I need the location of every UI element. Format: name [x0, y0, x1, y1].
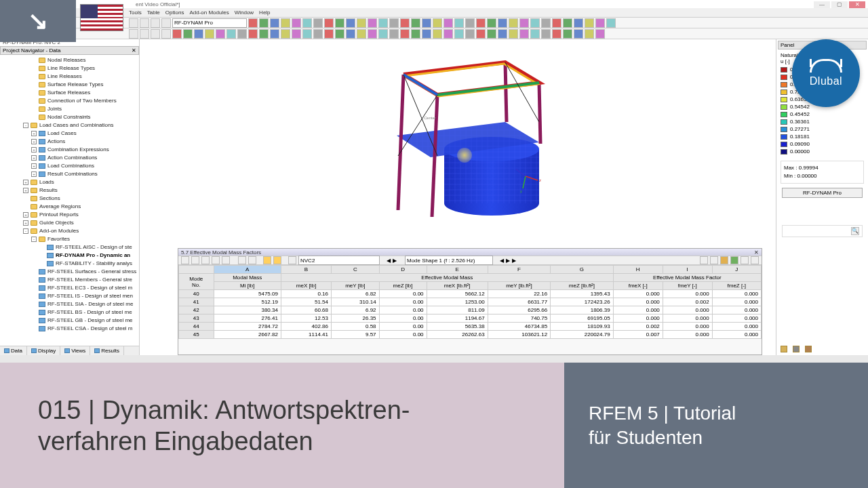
toolbar-button[interactable] [389, 18, 399, 28]
toolbar-button[interactable] [281, 29, 290, 39]
navigator-tree[interactable]: Nodal ReleasesLine Release TypesLine Rel… [0, 55, 139, 345]
toolbar-button[interactable] [487, 29, 496, 39]
toolbar-button[interactable] [606, 18, 616, 28]
module-dropdown[interactable]: RF-DYNAM Pro [172, 18, 247, 28]
tree-item[interactable]: RF-STEEL BS - Design of steel me [4, 308, 139, 317]
toolbar-button[interactable] [574, 29, 583, 39]
toolbar-button[interactable] [552, 29, 561, 39]
toolbar-button[interactable] [357, 18, 366, 28]
toolbar-button[interactable] [465, 29, 475, 39]
expand-icon[interactable]: - [31, 237, 37, 242]
minimize-button[interactable]: — [814, 1, 830, 8]
tbl-btn[interactable] [741, 256, 749, 264]
tree-item[interactable]: RF-STEEL AISC - Design of ste [4, 243, 139, 251]
expand-icon[interactable]: + [31, 155, 37, 161]
search-icon[interactable]: 🔍 [851, 227, 859, 235]
tree-item[interactable]: RF-STEEL SIA - Design of steel me [4, 300, 139, 308]
toolbar-button[interactable] [346, 29, 355, 39]
expand-icon[interactable]: + [31, 163, 37, 169]
expand-icon[interactable]: - [23, 228, 28, 234]
close-button[interactable]: ✕ [849, 1, 865, 8]
toolbar-button[interactable] [595, 18, 605, 28]
toolbar-button[interactable] [248, 29, 258, 39]
toolbar-button[interactable] [237, 29, 247, 39]
tbl-btn[interactable] [238, 256, 246, 264]
toolbar-button[interactable] [151, 29, 160, 39]
model-area[interactable]: z y Center [140, 39, 776, 245]
toolbar-button[interactable] [335, 29, 344, 39]
expand-icon[interactable]: + [23, 180, 28, 185]
toolbar-button[interactable] [324, 18, 334, 28]
tbl-btn[interactable] [222, 256, 230, 264]
module-button[interactable]: RF-DYNAM Pro [782, 188, 863, 198]
tree-item[interactable]: Surface Releases [4, 89, 139, 97]
expand-icon[interactable]: + [23, 220, 28, 226]
tree-item[interactable]: RF-STEEL IS - Design of steel men [4, 292, 139, 300]
toolbar-button[interactable] [411, 18, 420, 28]
scale-icon[interactable] [793, 346, 800, 352]
toolbar-button[interactable] [172, 29, 182, 39]
toolbar-button[interactable] [378, 29, 388, 39]
toolbar-button[interactable] [205, 29, 214, 39]
toolbar-button[interactable] [400, 18, 410, 28]
tbl-btn[interactable] [181, 256, 189, 264]
play-icon[interactable]: ▶ [506, 258, 510, 264]
toolbar-button[interactable] [541, 18, 551, 28]
tree-item[interactable]: RF-STEEL Surfaces - General stress [4, 268, 139, 276]
tree-item[interactable]: Surface Release Types [4, 81, 139, 89]
nav-close-icon[interactable]: ✕ [132, 47, 136, 54]
toolbar-button[interactable] [574, 18, 583, 28]
menu-add-on-modules[interactable]: Add-on Modules [189, 9, 229, 16]
undo-icon[interactable] [263, 256, 271, 264]
toolbar-button[interactable] [389, 29, 399, 39]
toolbar-button[interactable] [161, 29, 171, 39]
redo-icon[interactable] [273, 256, 281, 264]
tree-item[interactable]: Line Releases [4, 73, 139, 81]
tbl-btn[interactable] [710, 256, 718, 264]
expand-icon[interactable]: - [23, 123, 28, 128]
tree-item[interactable]: -Add-on Modules [4, 227, 139, 235]
tree-item[interactable]: RF-STEEL Members - General stre [4, 276, 139, 284]
toolbar-button[interactable] [302, 18, 312, 28]
filter-icon[interactable] [805, 346, 812, 352]
toolbar-button[interactable] [151, 18, 160, 28]
toolbar-button[interactable] [443, 18, 453, 28]
tbl-btn[interactable] [700, 256, 708, 264]
toolbar-button[interactable] [183, 29, 193, 39]
tbl-btn[interactable] [201, 256, 210, 264]
tree-item[interactable]: RF-STEEL EC3 - Design of steel m [4, 284, 139, 292]
tree-item[interactable]: +Loads [4, 178, 139, 186]
toolbar-button[interactable] [519, 18, 529, 28]
toolbar-button[interactable] [346, 18, 355, 28]
toolbar-button[interactable] [454, 18, 464, 28]
tbl-btn[interactable] [212, 256, 220, 264]
toolbar-button[interactable] [226, 29, 236, 39]
prev-icon[interactable]: ◀ [387, 258, 391, 264]
toolbar-button[interactable] [129, 29, 138, 39]
toolbar-button[interactable] [433, 29, 442, 39]
toolbar-button[interactable] [378, 18, 388, 28]
toolbar-button[interactable] [509, 18, 518, 28]
toolbar-button[interactable] [541, 29, 551, 39]
nav-tab-views[interactable]: Views [60, 346, 90, 355]
tbl-btn-excel[interactable] [730, 256, 738, 264]
menu-table[interactable]: Table [147, 9, 160, 16]
toolbar-button[interactable] [433, 18, 442, 28]
toolbar-button[interactable] [563, 18, 572, 28]
tree-item[interactable]: Nodal Constraints [4, 113, 139, 121]
toolbar-button[interactable] [585, 29, 594, 39]
tree-item[interactable]: Average Regions [4, 203, 139, 211]
menu-tools[interactable]: Tools [129, 9, 142, 16]
tree-item[interactable]: RF-STABILITY - Stability analys [4, 260, 139, 268]
toolbar-button[interactable] [585, 18, 594, 28]
toolbar-button[interactable] [552, 18, 561, 28]
toolbar-button[interactable] [411, 29, 420, 39]
nvc-dropdown[interactable]: NVC2 [298, 256, 380, 265]
tree-item[interactable]: -Favorites [4, 235, 139, 243]
toolbar-button[interactable] [422, 29, 431, 39]
toolbar-button[interactable] [324, 29, 334, 39]
maximize-button[interactable]: ▢ [831, 1, 848, 8]
toolbar-button[interactable] [216, 29, 225, 39]
toolbar-button[interactable] [335, 18, 344, 28]
toolbar-button[interactable] [140, 18, 149, 28]
